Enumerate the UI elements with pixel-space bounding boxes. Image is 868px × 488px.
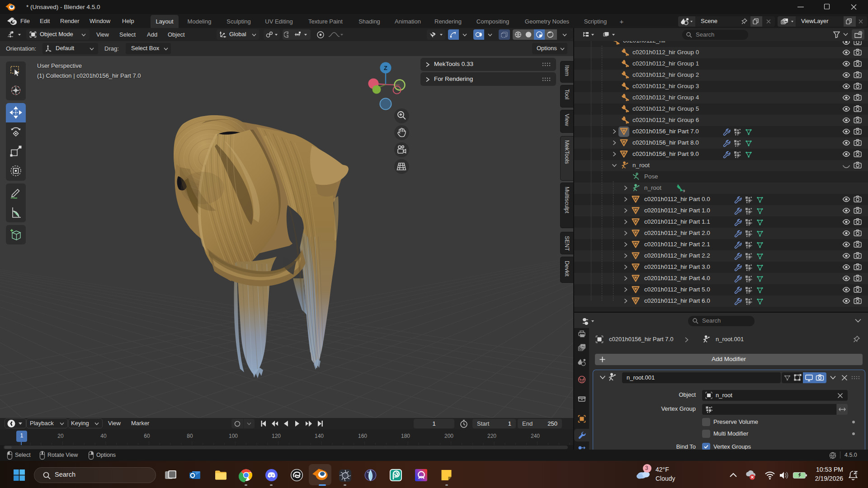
svg-text:Z: Z: [384, 65, 387, 71]
svg-text:9: 9: [683, 189, 685, 193]
